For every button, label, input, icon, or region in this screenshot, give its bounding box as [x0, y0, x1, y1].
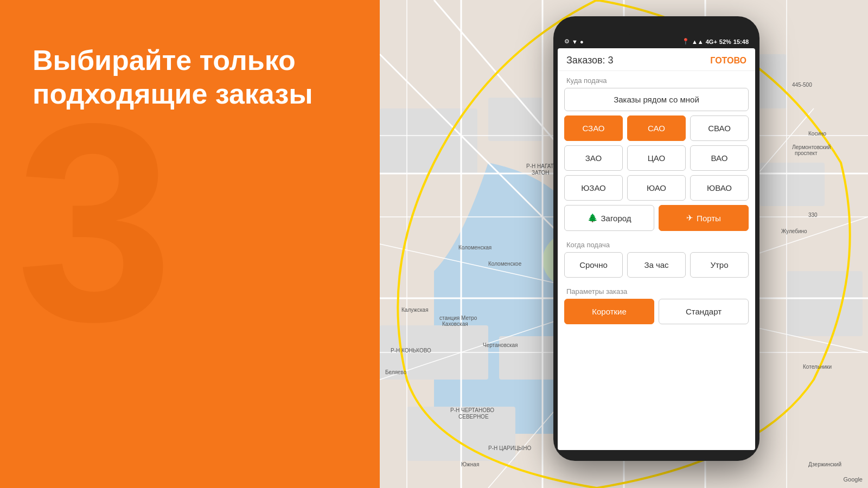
svg-rect-6	[760, 163, 825, 206]
district-tsao[interactable]: ЦАО	[627, 145, 686, 171]
google-watermark: Google	[844, 476, 863, 483]
location-icon: 📍	[682, 38, 690, 45]
district-yuzao[interactable]: ЮЗАО	[564, 175, 623, 201]
status-bar: ⚙ ▼ ● 📍 ▲▲ 4G+ 52% 15:48	[558, 37, 755, 48]
svg-rect-1	[380, 108, 477, 174]
svg-text:СЕВЕРНОЕ: СЕВЕРНОЕ	[458, 414, 489, 420]
svg-text:Коломенское: Коломенское	[488, 261, 522, 267]
tree-icon: 🌲	[588, 213, 598, 223]
ports-label: Порты	[697, 214, 721, 223]
svg-text:ЗАТОН: ЗАТОН	[532, 170, 550, 176]
district-grid: СЗАО САО СВАО ЗАО ЦАО ВАО ЮЗАО ЮАО ЮВАО	[558, 115, 755, 205]
time-morning[interactable]: Утро	[690, 252, 749, 278]
time-label: 15:48	[733, 38, 749, 45]
time-grid: Срочно За час Утро	[558, 252, 755, 282]
time-urgent[interactable]: Срочно	[564, 252, 623, 278]
ready-button[interactable]: ГОТОВО	[710, 56, 746, 66]
when-label: Когда подача	[558, 235, 755, 252]
wifi-icon: ▼	[572, 38, 578, 45]
time-hour[interactable]: За час	[627, 252, 686, 278]
svg-rect-2	[488, 98, 542, 141]
params-label: Параметры заказа	[558, 282, 755, 299]
district-vao[interactable]: ВАО	[690, 145, 749, 171]
svg-text:Чертановская: Чертановская	[483, 342, 518, 348]
network-label: 4G+	[706, 38, 717, 45]
svg-text:Р-Н КОНЬКОВО: Р-Н КОНЬКОВО	[391, 348, 431, 354]
svg-text:Каховская: Каховская	[442, 321, 468, 327]
params-short[interactable]: Короткие	[564, 299, 654, 324]
headline-line1: Выбирайте только	[33, 43, 313, 77]
where-label: Куда подача	[558, 71, 755, 88]
svg-text:Беляево: Беляево	[385, 369, 407, 375]
dot-icon: ●	[580, 38, 584, 45]
phone-frame: ⚙ ▼ ● 📍 ▲▲ 4G+ 52% 15:48 Заказов: 3 ГОТО…	[553, 16, 760, 461]
phone-notch	[624, 27, 689, 35]
svg-text:проспект: проспект	[795, 150, 818, 156]
app-header: Заказов: 3 ГОТОВО	[558, 48, 755, 71]
svg-text:330: 330	[808, 212, 818, 218]
district-szao[interactable]: СЗАО	[564, 115, 623, 141]
zagorod-label: Загород	[601, 214, 631, 223]
signal-icon: ▲▲	[692, 38, 704, 45]
svg-rect-7	[787, 271, 863, 336]
battery-label: 52%	[719, 38, 731, 45]
phone-mockup: ⚙ ▼ ● 📍 ▲▲ 4G+ 52% 15:48 Заказов: 3 ГОТО…	[553, 16, 760, 461]
svg-text:Южная: Южная	[461, 461, 479, 467]
params-standard[interactable]: Стандарт	[659, 299, 749, 324]
district-svao[interactable]: СВАО	[690, 115, 749, 141]
status-left: ⚙ ▼ ●	[564, 38, 584, 45]
background-digit: 3	[16, 81, 173, 363]
district-yuvao[interactable]: ЮВАО	[690, 175, 749, 201]
svg-text:Дзержинский: Дзержинский	[808, 461, 841, 467]
svg-text:Р-Н ЦАРИЦЫНО: Р-Н ЦАРИЦЫНО	[488, 445, 531, 451]
app-screen: Заказов: 3 ГОТОВО Куда подача Заказы ряд…	[558, 48, 755, 450]
headline-line2: подходящие заказы	[33, 77, 313, 111]
svg-text:Котельники: Котельники	[803, 364, 832, 370]
params-grid: Короткие Стандарт	[558, 299, 755, 329]
special-row: 🌲 Загород ✈ Порты	[558, 205, 755, 235]
nearby-button[interactable]: Заказы рядом со мной	[564, 88, 749, 111]
headline: Выбирайте только подходящие заказы	[33, 43, 313, 111]
ports-button[interactable]: ✈ Порты	[659, 205, 749, 231]
svg-text:445-500: 445-500	[792, 82, 812, 88]
settings-icon: ⚙	[564, 38, 570, 45]
svg-text:Лермонтовский: Лермонтовский	[792, 144, 831, 150]
district-sao[interactable]: САО	[627, 115, 686, 141]
svg-text:станция Метро: станция Метро	[439, 315, 477, 321]
svg-text:Косино: Косино	[808, 131, 826, 137]
zagorod-button[interactable]: 🌲 Загород	[564, 205, 654, 231]
svg-text:Р-Н ЧЕРТАНОВО: Р-Н ЧЕРТАНОВО	[450, 407, 494, 413]
plane-icon: ✈	[686, 213, 693, 223]
orders-count: Заказов: 3	[566, 55, 614, 66]
svg-text:Жулебино: Жулебино	[781, 228, 807, 234]
status-right: 📍 ▲▲ 4G+ 52% 15:48	[682, 38, 749, 45]
district-yuao[interactable]: ЮАО	[627, 175, 686, 201]
svg-text:Калужская: Калужская	[401, 307, 429, 313]
svg-text:Коломенская: Коломенская	[458, 245, 492, 251]
district-zao[interactable]: ЗАО	[564, 145, 623, 171]
